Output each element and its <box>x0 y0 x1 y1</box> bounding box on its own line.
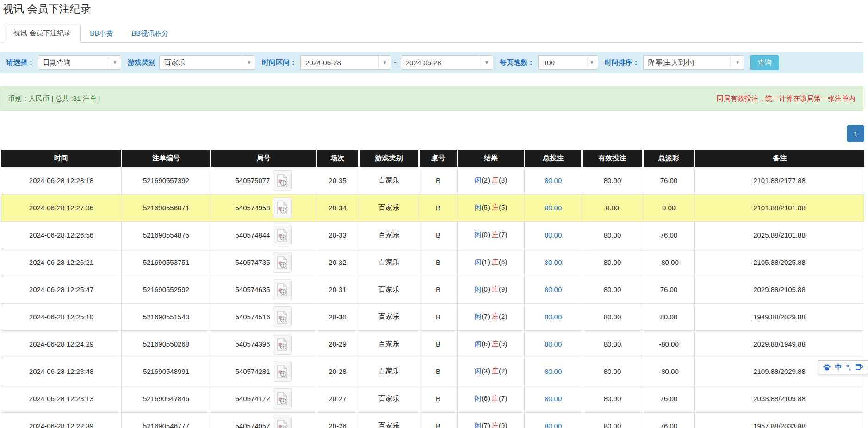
cell-time: 2024-06-28 12:25:10 <box>1 303 122 330</box>
column-header-6: 结果 <box>458 150 525 167</box>
round-id-text: 540574516 <box>235 313 270 321</box>
total-bet-link[interactable]: 80.00 <box>545 367 562 375</box>
column-header-4: 游戏类别 <box>359 150 419 167</box>
total-bet-link[interactable]: 80.00 <box>545 340 562 348</box>
cell-round-id: 540574057 <box>211 412 316 428</box>
total-bet-link[interactable]: 80.00 <box>545 286 562 293</box>
video-replay-icon[interactable] <box>273 416 292 428</box>
video-replay-icon[interactable] <box>273 225 292 245</box>
pagination-page-1[interactable]: 1 <box>847 125 864 142</box>
cell-round-id: 540574958 <box>211 194 316 221</box>
date-from-select[interactable]: 2024-06-28 ▼ <box>300 55 391 70</box>
result-banker-score: (5) <box>499 203 507 211</box>
round-id-wrap: 540574635 <box>211 279 316 300</box>
total-bet-link[interactable]: 80.00 <box>545 258 562 266</box>
cell-bet-id: 521690550268 <box>122 330 211 358</box>
cell-valid-bet: 80.00 <box>582 276 643 303</box>
result-player-score: (1) <box>482 258 490 266</box>
cell-time: 2024-06-28 12:26:21 <box>1 249 122 276</box>
cup-icon[interactable] <box>855 364 863 371</box>
result-player-label: 闲 <box>475 231 482 238</box>
chevron-down-icon: ▼ <box>481 56 493 69</box>
video-replay-icon[interactable] <box>273 306 292 327</box>
date-to-select[interactable]: 2024-06-28 ▼ <box>401 55 493 70</box>
tab-betting-records[interactable]: 视讯 会员下注纪录 <box>4 24 81 43</box>
table-row: 2024-06-28 12:22:39521690546777540574057… <box>1 412 864 428</box>
result-player-label: 闲 <box>475 394 482 402</box>
cell-payout: -80.00 <box>643 330 695 358</box>
cell-game-type: 百家乐 <box>359 194 419 221</box>
cell-total-bet[interactable]: 80.00 <box>525 330 582 358</box>
cell-result: 闲(6) 庄(7) <box>458 385 525 412</box>
page-size-label: 每页笔数： <box>500 58 534 67</box>
cell-time: 2024-06-28 12:23:13 <box>1 385 122 412</box>
cell-total-bet[interactable]: 80.00 <box>525 167 582 194</box>
video-replay-icon[interactable] <box>273 170 292 191</box>
video-replay-icon[interactable] <box>273 388 292 409</box>
game-type-select[interactable]: 百家乐 ▼ <box>159 55 255 70</box>
game-type-label: 游戏类别 <box>128 58 155 67</box>
tab-bb-points[interactable]: BB视讯积分 <box>122 24 178 43</box>
round-id-text: 540574958 <box>235 204 270 212</box>
cell-result: 闲(3) 庄(2) <box>458 358 525 385</box>
round-id-wrap: 540574057 <box>211 416 316 428</box>
chevron-down-icon: ▼ <box>586 56 598 69</box>
cell-total-bet[interactable]: 80.00 <box>525 412 582 428</box>
cell-game-type: 百家乐 <box>359 167 419 194</box>
cell-round-id: 540574281 <box>211 358 316 385</box>
paw-icon[interactable] <box>823 364 831 371</box>
betting-records-table: 时间注单编号局号场次游戏类别桌号结果总投注有效投注总派彩备注 2024-06-2… <box>1 150 864 428</box>
cell-valid-bet: 0.00 <box>582 194 643 221</box>
total-bet-link[interactable]: 80.00 <box>545 204 562 212</box>
cell-game-type: 百家乐 <box>359 412 419 428</box>
total-bet-link[interactable]: 80.00 <box>545 177 562 184</box>
search-button[interactable]: 查询 <box>750 55 779 70</box>
quote-punct-button[interactable]: °, <box>846 363 851 371</box>
video-replay-icon[interactable] <box>273 279 292 300</box>
cell-payout: 76.00 <box>643 412 695 428</box>
video-replay-icon[interactable] <box>273 361 292 382</box>
total-bet-link[interactable]: 80.00 <box>545 422 562 428</box>
cell-total-bet[interactable]: 80.00 <box>525 221 582 249</box>
tab-bb-tips[interactable]: BB小费 <box>81 24 122 43</box>
page-size-select[interactable]: 100 ▼ <box>538 55 598 70</box>
column-header-1: 注单编号 <box>122 150 211 167</box>
cell-total-bet[interactable]: 80.00 <box>525 385 582 412</box>
cell-session: 20-34 <box>316 194 359 221</box>
cell-bet-id: 521690553751 <box>122 249 211 276</box>
total-bet-link[interactable]: 80.00 <box>545 395 562 403</box>
cell-round-id: 540574735 <box>211 249 316 276</box>
video-replay-icon[interactable] <box>273 334 292 355</box>
cell-result: 闲(6) 庄(9) <box>458 330 525 358</box>
cell-result: 闲(0) 庄(9) <box>458 276 525 303</box>
query-type-select[interactable]: 日期查询 ▼ <box>38 55 121 70</box>
cell-total-bet[interactable]: 80.00 <box>525 249 582 276</box>
cell-total-bet[interactable]: 80.00 <box>525 194 582 221</box>
chevron-down-icon: ▼ <box>378 56 391 69</box>
cell-valid-bet: 80.00 <box>582 358 643 385</box>
result-banker-label: 庄 <box>490 312 499 320</box>
result-player-score: (6) <box>482 340 490 348</box>
column-header-3: 场次 <box>316 150 359 167</box>
cell-total-bet[interactable]: 80.00 <box>525 276 582 303</box>
cell-note: 2029.88/1949.88 <box>695 330 864 358</box>
cell-game-type: 百家乐 <box>359 385 419 412</box>
video-replay-icon[interactable] <box>273 252 292 273</box>
cell-valid-bet: 80.00 <box>582 330 643 358</box>
translate-zhong-button[interactable]: 中 <box>835 363 842 372</box>
cell-table-no: B <box>419 412 458 428</box>
cell-note: 2029.88/2105.88 <box>695 276 864 303</box>
cell-total-bet[interactable]: 80.00 <box>525 358 582 385</box>
cell-bet-id: 521690548991 <box>122 358 211 385</box>
cell-session: 20-28 <box>316 358 359 385</box>
video-replay-icon[interactable] <box>273 197 292 218</box>
cell-game-type: 百家乐 <box>359 276 419 303</box>
total-bet-link[interactable]: 80.00 <box>545 231 562 239</box>
sort-select[interactable]: 降幂(由大到小) ▼ <box>643 55 744 70</box>
cell-payout: 76.00 <box>643 385 695 412</box>
video-file-icon <box>277 311 288 324</box>
total-bet-link[interactable]: 80.00 <box>545 313 562 321</box>
cell-total-bet[interactable]: 80.00 <box>525 303 582 330</box>
result-banker-label: 庄 <box>490 231 499 238</box>
round-id-text: 540574281 <box>235 367 270 375</box>
